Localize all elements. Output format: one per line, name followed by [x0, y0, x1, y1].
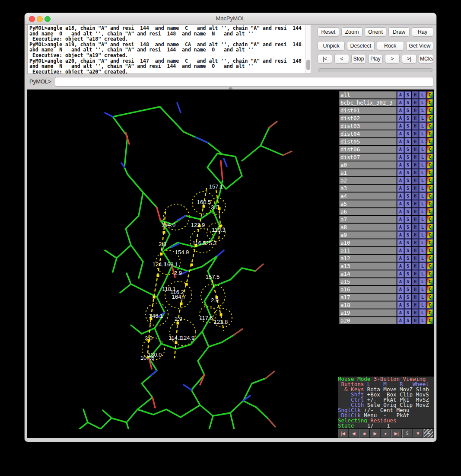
object-a7-s-button[interactable]: S: [404, 216, 411, 223]
object-a19-l-button[interactable]: L: [419, 309, 426, 316]
object-a11-c-button[interactable]: C: [426, 247, 433, 254]
object-a20-c-button[interactable]: C: [426, 317, 433, 324]
object-dist04-c-button[interactable]: C: [426, 130, 433, 137]
object-a16-a-button[interactable]: A: [397, 286, 404, 293]
object-a17-l-button[interactable]: L: [419, 294, 426, 301]
object-a18-h-button[interactable]: H: [412, 301, 419, 309]
object-a12-l-button[interactable]: L: [419, 255, 426, 262]
unpick-button[interactable]: Unpick: [318, 41, 345, 51]
object-name-dist02[interactable]: dist02: [339, 115, 397, 122]
object-a7-l-button[interactable]: L: [419, 216, 426, 223]
object-name-a16[interactable]: a16: [339, 286, 397, 293]
object-a4-a-button[interactable]: A: [397, 192, 404, 200]
object-a8-h-button[interactable]: H: [412, 224, 419, 231]
object-a6-a-button[interactable]: A: [397, 208, 404, 215]
object-a4-h-button[interactable]: H: [412, 192, 419, 200]
object-name-a7[interactable]: a7: [339, 216, 397, 223]
object-a12-a-button[interactable]: A: [397, 255, 404, 262]
-button[interactable]: |<: [318, 54, 332, 64]
object-dist04-h-button[interactable]: H: [412, 130, 419, 137]
object-a13-l-button[interactable]: L: [419, 262, 426, 270]
object-a0-s-button[interactable]: S: [404, 161, 411, 169]
object-dist07-l-button[interactable]: L: [419, 153, 426, 161]
object-a10-l-button[interactable]: L: [419, 239, 426, 246]
object-all-l-button[interactable]: L: [419, 91, 426, 99]
object-a1-l-button[interactable]: L: [419, 169, 426, 176]
object-dist06-h-button[interactable]: H: [412, 146, 419, 153]
go-end-button[interactable]: ▶|: [391, 429, 402, 438]
object-dist01-h-button[interactable]: H: [412, 107, 419, 114]
object-dist07-s-button[interactable]: S: [404, 153, 411, 161]
object-a6-h-button[interactable]: H: [412, 208, 419, 215]
object-all-h-button[interactable]: H: [412, 91, 419, 99]
object-all-c-button[interactable]: C: [426, 91, 433, 99]
object-name-a2[interactable]: a2: [339, 177, 397, 184]
object-a1-s-button[interactable]: S: [404, 169, 411, 176]
object-a16-h-button[interactable]: H: [412, 286, 419, 293]
object-all-s-button[interactable]: S: [404, 91, 411, 99]
object-a11-l-button[interactable]: L: [419, 247, 426, 254]
go-start-button[interactable]: |◀: [338, 429, 348, 438]
object-a11-s-button[interactable]: S: [404, 247, 411, 254]
object-dist05-s-button[interactable]: S: [404, 138, 411, 145]
object-dist01-c-button[interactable]: C: [426, 107, 433, 114]
object-dist04-a-button[interactable]: A: [397, 130, 404, 137]
object-a18-a-button[interactable]: A: [397, 301, 404, 309]
object-name-a13[interactable]: a13: [339, 262, 397, 270]
object-a4-l-button[interactable]: L: [419, 192, 426, 200]
object-a10-a-button[interactable]: A: [397, 239, 404, 246]
object-a6-s-button[interactable]: S: [404, 208, 411, 215]
object-name-a15[interactable]: a15: [339, 278, 397, 285]
object-a10-h-button[interactable]: H: [412, 239, 419, 246]
object-dist03-s-button[interactable]: S: [404, 122, 411, 130]
object-name-a17[interactable]: a17: [339, 294, 397, 301]
command-input[interactable]: [55, 77, 433, 86]
object-a8-l-button[interactable]: L: [419, 224, 426, 231]
object-name-6cbc_helix_302_3[interactable]: 6cbc_helix_302_3: [339, 99, 397, 106]
object-dist01-a-button[interactable]: A: [397, 107, 404, 114]
object-dist05-a-button[interactable]: A: [397, 138, 404, 145]
object-a18-l-button[interactable]: L: [419, 301, 426, 309]
object-a14-c-button[interactable]: C: [426, 270, 433, 278]
object-dist07-c-button[interactable]: C: [426, 153, 433, 161]
object-a5-h-button[interactable]: H: [412, 200, 419, 208]
object-a3-h-button[interactable]: H: [412, 185, 419, 192]
object-a6-l-button[interactable]: L: [419, 208, 426, 215]
object-a4-s-button[interactable]: S: [404, 192, 411, 200]
object-a17-c-button[interactable]: C: [426, 294, 433, 301]
object-name-a11[interactable]: a11: [339, 247, 397, 254]
object-dist06-l-button[interactable]: L: [419, 146, 426, 153]
object-dist05-c-button[interactable]: C: [426, 138, 433, 145]
object-dist03-c-button[interactable]: C: [426, 122, 433, 130]
object-dist01-l-button[interactable]: L: [419, 107, 426, 114]
object-a0-c-button[interactable]: C: [426, 161, 433, 169]
object-dist04-s-button[interactable]: S: [404, 130, 411, 137]
object-a1-a-button[interactable]: A: [397, 169, 404, 176]
object-a13-a-button[interactable]: A: [397, 262, 404, 270]
object-a19-s-button[interactable]: S: [404, 309, 411, 316]
movie-slider[interactable]: [318, 68, 432, 72]
object-all-a-button[interactable]: A: [397, 91, 404, 99]
object-name-dist03[interactable]: dist03: [339, 122, 397, 130]
rock-button[interactable]: Rock: [377, 41, 404, 51]
object-dist04-l-button[interactable]: L: [419, 130, 426, 137]
object-a5-s-button[interactable]: S: [404, 200, 411, 208]
object-dist05-l-button[interactable]: L: [419, 138, 426, 145]
object-a15-c-button[interactable]: C: [426, 278, 433, 285]
object-a3-a-button[interactable]: A: [397, 185, 404, 192]
object-a15-h-button[interactable]: H: [412, 278, 419, 285]
object-a15-l-button[interactable]: L: [419, 278, 426, 285]
object-a9-s-button[interactable]: S: [404, 231, 411, 239]
s-button[interactable]: S: [402, 429, 413, 438]
object-a9-a-button[interactable]: A: [397, 231, 404, 239]
zoom-button[interactable]: Zoom: [341, 27, 363, 37]
object-a2-h-button[interactable]: H: [412, 177, 419, 184]
object-a13-h-button[interactable]: H: [412, 262, 419, 270]
object-name-a14[interactable]: a14: [339, 270, 397, 278]
stop-playback-button[interactable]: ■: [359, 429, 370, 438]
object-a16-l-button[interactable]: L: [419, 286, 426, 293]
object-a12-s-button[interactable]: S: [404, 255, 411, 262]
object-a19-c-button[interactable]: C: [426, 309, 433, 316]
console-log[interactable]: PyMOL>angle a18, chain "A" and resi 144 …: [27, 24, 311, 74]
object-6cbc_helix_302_3-l-button[interactable]: L: [419, 99, 426, 106]
